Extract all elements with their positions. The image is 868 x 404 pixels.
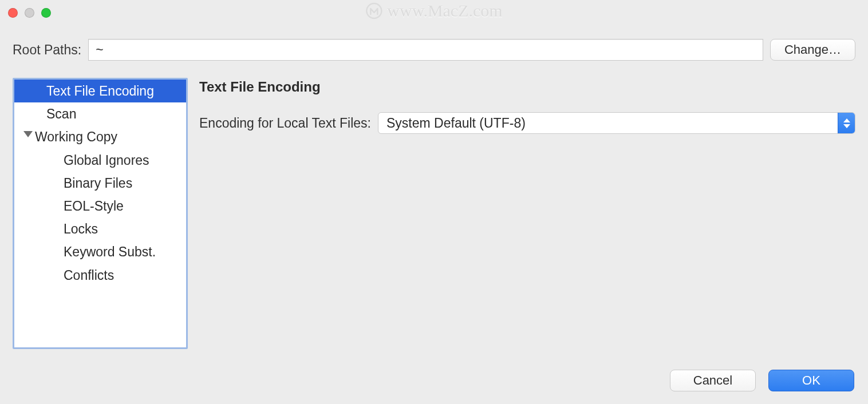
sidebar-item-locks[interactable]: Locks xyxy=(14,217,186,240)
sidebar-item-binary-files[interactable]: Binary Files xyxy=(14,172,186,195)
disclosure-triangle-icon[interactable] xyxy=(23,131,33,137)
ok-button-label: OK xyxy=(802,373,820,388)
sidebar-item-label: Binary Files xyxy=(64,176,132,191)
cancel-button-label: Cancel xyxy=(693,373,732,388)
close-window-button[interactable] xyxy=(8,8,18,18)
sidebar-item-label: Scan xyxy=(46,106,76,121)
encoding-label: Encoding for Local Text Files: xyxy=(199,116,371,131)
sidebar-item-label: EOL-Style xyxy=(64,199,124,213)
cancel-button[interactable]: Cancel xyxy=(670,370,756,391)
svg-point-0 xyxy=(366,3,381,18)
sidebar-item-global-ignores[interactable]: Global Ignores xyxy=(14,149,186,172)
main-area: Text File Encoding Scan Working Copy Glo… xyxy=(0,65,868,362)
watermark-text: www.MacZ.com xyxy=(387,1,502,21)
root-paths-label: Root Paths: xyxy=(13,42,81,58)
traffic-lights xyxy=(8,8,51,18)
sidebar-item-label: Locks xyxy=(64,221,98,236)
change-button[interactable]: Change… xyxy=(770,39,855,61)
sidebar-item-label: Global Ignores xyxy=(64,153,149,168)
sidebar-item-scan[interactable]: Scan xyxy=(14,102,186,125)
ok-button[interactable]: OK xyxy=(768,370,854,391)
watermark-logo-icon xyxy=(365,2,382,19)
sidebar-item-label: Keyword Subst. xyxy=(64,244,156,259)
sidebar-item-conflicts[interactable]: Conflicts xyxy=(14,264,186,287)
watermark: www.MacZ.com xyxy=(365,1,502,21)
encoding-select-value: System Default (UTF-8) xyxy=(378,116,838,131)
sidebar-item-label: Working Copy xyxy=(35,129,117,144)
sidebar-item-text-file-encoding[interactable]: Text File Encoding xyxy=(14,80,186,102)
root-paths-row: Root Paths: ~ Change… xyxy=(0,25,868,65)
sidebar-tree: Text File Encoding Scan Working Copy Glo… xyxy=(14,80,186,287)
settings-panel: Text File Encoding Encoding for Local Te… xyxy=(199,78,855,349)
sidebar-item-eol-style[interactable]: EOL-Style xyxy=(14,195,186,217)
title-bar: www.MacZ.com xyxy=(0,0,868,25)
panel-title: Text File Encoding xyxy=(199,79,855,95)
sidebar-item-label: Text File Encoding xyxy=(46,84,154,98)
minimize-window-button[interactable] xyxy=(25,8,34,18)
encoding-row: Encoding for Local Text Files: System De… xyxy=(199,112,855,134)
dialog-footer: Cancel OK xyxy=(0,362,868,404)
sidebar-item-working-copy[interactable]: Working Copy xyxy=(14,125,186,148)
encoding-select[interactable]: System Default (UTF-8) xyxy=(378,112,855,134)
sidebar-item-keyword-subst[interactable]: Keyword Subst. xyxy=(14,240,186,263)
root-paths-value: ~ xyxy=(96,42,103,58)
sidebar: Text File Encoding Scan Working Copy Glo… xyxy=(13,78,188,349)
change-button-label: Change… xyxy=(784,42,841,57)
zoom-window-button[interactable] xyxy=(41,8,51,18)
sidebar-item-label: Conflicts xyxy=(64,268,114,283)
preferences-dialog: www.MacZ.com Root Paths: ~ Change… Text … xyxy=(0,0,868,404)
updown-caret-icon xyxy=(838,113,855,133)
root-paths-field[interactable]: ~ xyxy=(88,39,763,61)
